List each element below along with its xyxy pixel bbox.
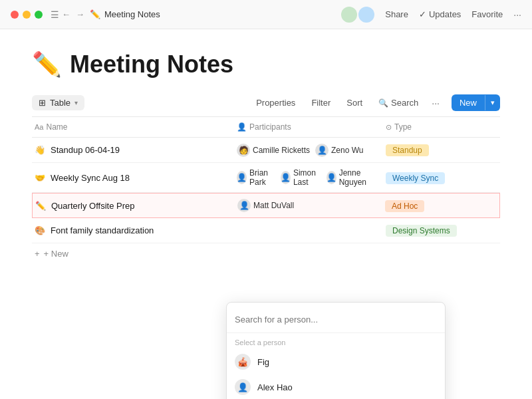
properties-button[interactable]: Properties [249, 95, 302, 110]
cell-participants [231, 225, 380, 236]
breadcrumb: ✏️ Meeting Notes [90, 9, 160, 19]
new-button[interactable]: New [452, 94, 485, 111]
row-emoji: 👋 [35, 145, 45, 155]
dropdown-item[interactable]: 👤 Alex Hao [227, 374, 445, 399]
person-avatar-alex: 👤 [235, 379, 251, 395]
participant-name: Camille Ricketts [253, 146, 310, 155]
participant-chip: 🧑 Camille Ricketts [237, 144, 310, 157]
cell-name: ✏️ Quarterly Offsite Prep [33, 196, 232, 216]
table-label: Table [50, 98, 70, 108]
cell-type: Weekly Sync [380, 166, 500, 190]
participant-avatar: 👤 [237, 171, 247, 184]
row-emoji: ✏️ [35, 201, 46, 211]
table-header: Aa Name 👤 Participants ⊙ Type [32, 117, 500, 138]
cell-participants: 🧑 Camille Ricketts 👤 Zeno Wu [231, 138, 380, 162]
row-title: Quarterly Offsite Prep [51, 201, 134, 211]
back-icon[interactable]: ← [62, 9, 70, 19]
participant-chip: 👤 Jenne Nguyen [327, 168, 375, 187]
table-icon: ⊞ [39, 98, 46, 108]
row-emoji: 🎨 [35, 225, 45, 235]
participant-name: Simon Last [293, 168, 321, 187]
maximize-button[interactable] [35, 11, 43, 19]
participant-avatar: 👤 [327, 171, 336, 184]
table-row[interactable]: 👋 Standup 06-04-19 🧑 Camille Ricketts 👤 … [32, 138, 500, 163]
cell-name: 🎨 Font family standardization [32, 220, 231, 241]
toolbar: ⊞ Table ▾ Properties Filter Sort 🔍 Searc… [32, 94, 500, 117]
name-col-icon: Aa [35, 123, 43, 131]
sidebar-toggle-icon[interactable]: ☰ [51, 9, 59, 20]
participant-avatar: 🧑 [237, 144, 250, 157]
new-button-group: New ▾ [452, 94, 500, 111]
table-row[interactable]: 🎨 Font family standardization Design Sys… [32, 218, 500, 243]
page-title-emoji: ✏️ [32, 51, 62, 78]
cell-participants: 👤 Matt DuVall [232, 194, 380, 217]
search-icon: 🔍 [378, 98, 388, 108]
page-title-row: ✏️ Meeting Notes [32, 51, 500, 78]
participants-col-icon: 👤 [237, 122, 247, 132]
add-new-row[interactable]: + + New [32, 243, 500, 264]
participant-avatar: 👤 [237, 199, 251, 212]
dropdown-section-label: Select a person [227, 333, 445, 349]
column-header-type: ⊙ Type [380, 122, 500, 132]
participant-chip: 👤 Simon Last [281, 168, 321, 187]
dropdown-item[interactable]: 🎪 Fig [227, 349, 445, 374]
forward-icon[interactable]: → [76, 9, 84, 19]
cell-participants: 👤 Brian Park 👤 Simon Last 👤 Jenne Nguyen [231, 163, 380, 192]
favorite-button[interactable]: Favorite [471, 9, 503, 19]
row-title: Weekly Sync Aug 18 [51, 173, 130, 183]
page-icon: ✏️ [90, 9, 100, 19]
type-badge: Design Systems [386, 225, 457, 237]
cell-name: 🤝 Weekly Sync Aug 18 [32, 168, 231, 188]
type-badge: Weekly Sync [386, 172, 445, 184]
table-row[interactable]: 🤝 Weekly Sync Aug 18 👤 Brian Park 👤 Simo… [32, 163, 500, 193]
page-title: Meeting Notes [70, 51, 233, 78]
cell-name: 👋 Standup 06-04-19 [32, 140, 231, 160]
updates-label: Updates [429, 9, 461, 19]
column-header-participants: 👤 Participants [231, 122, 380, 132]
cell-type: Standup [380, 138, 500, 162]
participant-chip: 👤 Matt DuVall [237, 199, 294, 212]
more-options-icon[interactable]: ··· [513, 9, 521, 20]
cell-type: Design Systems [380, 219, 500, 242]
avatar-2 [358, 7, 374, 23]
participant-chip: 👤 Brian Park [237, 168, 275, 187]
person-name: Fig [257, 357, 269, 367]
row-emoji: 🤝 [35, 173, 45, 183]
avatar-group [341, 7, 374, 23]
person-avatar-fig: 🎪 [235, 354, 251, 370]
minimize-button[interactable] [23, 11, 31, 19]
table-view-button[interactable]: ⊞ Table ▾ [32, 95, 84, 110]
share-button[interactable]: Share [385, 9, 408, 19]
sort-button[interactable]: Sort [340, 95, 369, 110]
person-picker-dropdown: Select a person 🎪 Fig 👤 Alex Hao 👤 David… [226, 302, 446, 399]
person-search-input[interactable] [235, 312, 437, 327]
title-bar: ☰ ← → ✏️ Meeting Notes Share ✓ Updates F… [0, 0, 532, 29]
traffic-lights [11, 11, 43, 19]
page-breadcrumb-label: Meeting Notes [104, 9, 160, 19]
updates-button[interactable]: ✓ Updates [419, 9, 461, 19]
participant-name: Jenne Nguyen [339, 168, 375, 187]
participant-chip: 👤 Zeno Wu [315, 144, 363, 157]
add-new-label: + New [44, 249, 68, 259]
column-header-name: Aa Name [32, 122, 231, 132]
chevron-down-icon: ▾ [74, 99, 78, 106]
table-row[interactable]: ✏️ Quarterly Offsite Prep 👤 Matt DuVall … [32, 193, 500, 218]
search-button[interactable]: 🔍 Search [372, 95, 425, 110]
nav-icons: ← → [62, 9, 84, 19]
type-col-icon: ⊙ [386, 123, 392, 132]
close-button[interactable] [11, 11, 19, 19]
new-button-chevron-icon[interactable]: ▾ [485, 95, 500, 110]
toolbar-actions: Properties Filter Sort 🔍 Search ··· New … [249, 94, 500, 111]
participant-name: Matt DuVall [253, 201, 294, 210]
toolbar-more-button[interactable]: ··· [428, 95, 444, 111]
participant-name: Zeno Wu [331, 146, 363, 155]
participant-avatar: 👤 [315, 144, 329, 157]
type-badge: Ad Hoc [385, 200, 424, 212]
type-badge: Standup [386, 144, 429, 156]
avatar-1 [341, 7, 357, 23]
person-name: Alex Hao [257, 382, 293, 392]
row-title: Font family standardization [51, 225, 154, 235]
filter-button[interactable]: Filter [305, 95, 337, 110]
row-title: Standup 06-04-19 [51, 145, 120, 155]
main-content: ✏️ Meeting Notes ⊞ Table ▾ Properties Fi… [0, 29, 532, 275]
